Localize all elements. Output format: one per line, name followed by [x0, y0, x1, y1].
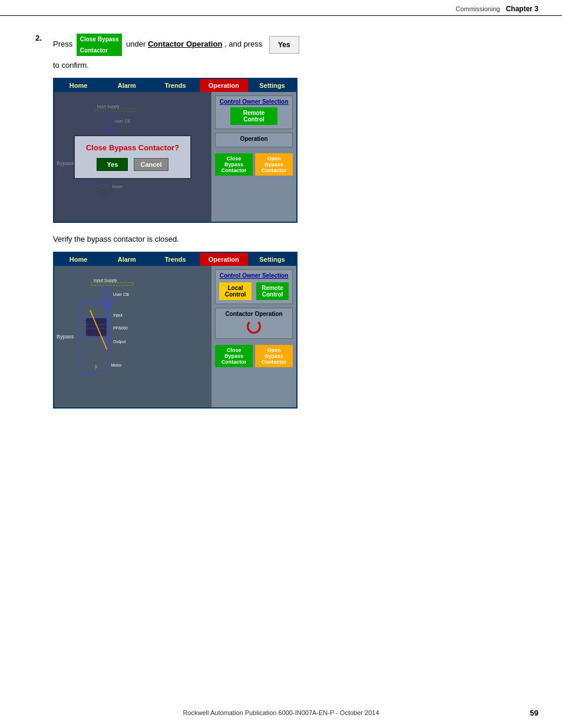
screen2-nav-operation[interactable]: Operation: [200, 253, 248, 266]
close-bypass-badge: Close Bypass Contactor: [77, 34, 123, 56]
page-number: 59: [530, 709, 538, 717]
press-text: Press: [53, 39, 72, 48]
screen2-nav-settings[interactable]: Settings: [248, 253, 296, 266]
header-section: Commissioning: [455, 5, 500, 12]
step2-row: 2. Press Close Bypass Contactor under Co…: [35, 34, 527, 56]
nav-home[interactable]: Home: [54, 79, 103, 92]
svg-rect-14: [80, 302, 108, 373]
screen2-diagram: Bypass Input Supply User CB Input: [54, 266, 211, 407]
page-header: Commissioning Chapter 3: [0, 0, 562, 16]
screen1-close-bypass-btn[interactable]: Close BypassContactor: [215, 153, 253, 176]
screen2-local-control-btn[interactable]: LocalControl: [219, 282, 252, 300]
badge-line1: Close Bypass: [77, 34, 123, 45]
svg-text:Output: Output: [113, 340, 125, 344]
screen1-nav: Home Alarm Trends Operation Settings: [54, 79, 296, 92]
contactor-status-icon: [247, 319, 261, 334]
screen1-dialog: Close Bypass Contactor? Yes Cancel: [74, 135, 191, 179]
svg-text:User CB: User CB: [113, 292, 129, 297]
svg-text:PF6000: PF6000: [113, 326, 128, 331]
and-press-text: , and press: [224, 39, 262, 48]
screen2-nav-home[interactable]: Home: [54, 253, 103, 266]
screen1-right-panel: Control Owner Selection RemoteControl Op…: [211, 92, 296, 222]
svg-rect-15: [86, 318, 107, 336]
screen2-control-owner: Control Owner Selection LocalControl Rem…: [215, 269, 293, 304]
page-footer: Rockwell Automation Publication 6000-IN0…: [0, 709, 562, 716]
screen2-nav: Home Alarm Trends Operation Settings: [54, 253, 296, 266]
header-chapter: Chapter 3: [506, 5, 538, 13]
svg-text:Input Supply: Input Supply: [94, 278, 117, 283]
under-text: under: [126, 39, 146, 48]
step-number: 2.: [35, 34, 47, 42]
screen1-diagram: Bypass Input Supply User CB: [54, 92, 211, 222]
screen2-panel: Home Alarm Trends Operation Settings Byp…: [53, 252, 297, 409]
screen1-operation-section: Operation: [215, 133, 293, 147]
nav-settings[interactable]: Settings: [248, 79, 296, 92]
screen2-contactor-op-title: Contactor Operation: [218, 311, 290, 317]
contactor-operation-link: Contactor Operation: [148, 39, 222, 48]
screen1-control-owner: Control Owner Selection RemoteControl: [215, 95, 293, 129]
svg-point-22: [95, 358, 110, 373]
screen2-contactor-op: Contactor Operation: [215, 308, 293, 339]
screen1-open-bypass-btn[interactable]: Open BypassContactor: [255, 153, 293, 176]
screen2-nav-trends[interactable]: Trends: [151, 253, 199, 266]
screen1-body: Bypass Input Supply User CB: [54, 92, 296, 222]
footer-publication: Rockwell Automation Publication 6000-IN0…: [183, 709, 379, 716]
dialog-yes-button[interactable]: Yes: [97, 158, 128, 171]
screen1-panel: Home Alarm Trends Operation Settings Byp…: [53, 78, 297, 223]
svg-rect-8: [91, 283, 133, 285]
instruction-text: Press Close Bypass Contactor under Conta…: [53, 34, 527, 56]
nav-operation[interactable]: Operation: [200, 79, 248, 92]
dialog-buttons: Yes Cancel: [84, 158, 181, 171]
nav-trends[interactable]: Trends: [151, 79, 199, 92]
dialog-cancel-button[interactable]: Cancel: [134, 158, 168, 171]
screen1-remote-control-btn[interactable]: RemoteControl: [230, 107, 277, 125]
screen1-dialog-overlay: Close Bypass Contactor? Yes Cancel: [54, 92, 211, 222]
svg-text:Input: Input: [113, 313, 123, 318]
screen1-bottom-buttons: Close BypassContactor Open BypassContact…: [215, 153, 293, 176]
screen2-open-bypass-btn[interactable]: Open BypassContactor: [255, 345, 293, 367]
main-content: 2. Press Close Bypass Contactor under Co…: [0, 16, 562, 456]
dialog-title: Close Bypass Contactor?: [84, 143, 181, 152]
badge-line2: Contactor: [77, 45, 123, 56]
svg-text:Motor: Motor: [111, 363, 122, 368]
screen2-right-panel: Control Owner Selection LocalControl Rem…: [211, 266, 296, 407]
nav-alarm[interactable]: Alarm: [103, 79, 151, 92]
screen2-control-owner-title: Control Owner Selection: [218, 272, 290, 279]
screen2-body: Bypass Input Supply User CB Input: [54, 266, 296, 407]
screen2-bottom-buttons: Close BypassContactor Open BypassContact…: [215, 345, 293, 367]
verify-text: Verify the bypass contactor is closed.: [53, 235, 527, 243]
screen2-close-bypass-btn[interactable]: Close BypassContactor: [215, 345, 253, 367]
confirm-text: to confirm.: [53, 61, 527, 70]
screen2-remote-control-btn[interactable]: RemoteControl: [256, 282, 289, 300]
screen2-control-buttons-row: LocalControl RemoteControl: [218, 281, 290, 301]
screen2-nav-alarm[interactable]: Alarm: [103, 253, 151, 266]
screen2-svg: Input Supply User CB Input: [65, 266, 186, 401]
screen1-control-owner-title: Control Owner Selection: [218, 98, 290, 105]
yes-box: Yes: [269, 36, 299, 54]
screen1-operation-title: Operation: [218, 136, 290, 142]
